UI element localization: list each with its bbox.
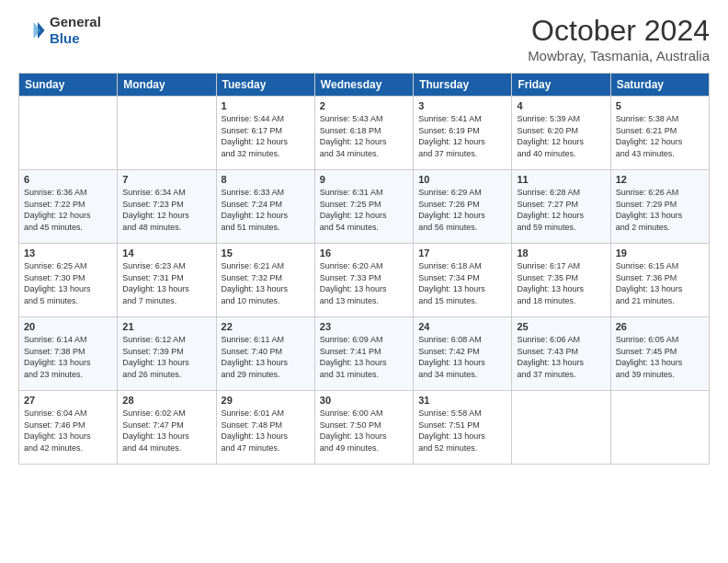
logo-text: General Blue	[50, 14, 101, 47]
day-info: Sunrise: 6:05 AM Sunset: 7:45 PM Dayligh…	[616, 334, 704, 380]
day-number: 11	[517, 174, 605, 185]
day-number: 21	[122, 321, 210, 332]
day-info: Sunrise: 5:44 AM Sunset: 6:17 PM Dayligh…	[222, 113, 310, 159]
day-info: Sunrise: 6:36 AM Sunset: 7:22 PM Dayligh…	[24, 187, 112, 233]
day-info: Sunrise: 6:21 AM Sunset: 7:32 PM Dayligh…	[222, 260, 310, 306]
day-info: Sunrise: 6:28 AM Sunset: 7:27 PM Dayligh…	[517, 187, 605, 233]
calendar-cell: 23Sunrise: 6:09 AM Sunset: 7:41 PM Dayli…	[314, 317, 413, 391]
calendar-cell: 2Sunrise: 5:43 AM Sunset: 6:18 PM Daylig…	[314, 97, 413, 170]
location-subtitle: Mowbray, Tasmania, Australia	[528, 48, 710, 63]
calendar-cell	[512, 391, 610, 465]
day-info: Sunrise: 5:43 AM Sunset: 6:18 PM Dayligh…	[320, 113, 408, 159]
day-number: 25	[517, 321, 605, 332]
logo-icon	[18, 17, 46, 44]
calendar-body: 1Sunrise: 5:44 AM Sunset: 6:17 PM Daylig…	[19, 97, 710, 465]
day-number: 10	[418, 174, 506, 185]
calendar-cell: 3Sunrise: 5:41 AM Sunset: 6:19 PM Daylig…	[414, 97, 512, 170]
day-info: Sunrise: 6:04 AM Sunset: 7:46 PM Dayligh…	[24, 408, 112, 454]
calendar-week-row: 6Sunrise: 6:36 AM Sunset: 7:22 PM Daylig…	[19, 170, 710, 244]
calendar-cell: 26Sunrise: 6:05 AM Sunset: 7:45 PM Dayli…	[610, 317, 709, 391]
calendar-cell: 17Sunrise: 6:18 AM Sunset: 7:34 PM Dayli…	[414, 244, 512, 317]
calendar-week-row: 1Sunrise: 5:44 AM Sunset: 6:17 PM Daylig…	[19, 97, 710, 170]
calendar-cell: 4Sunrise: 5:39 AM Sunset: 6:20 PM Daylig…	[512, 97, 610, 170]
day-number: 3	[418, 100, 506, 111]
day-number: 2	[320, 100, 408, 111]
col-monday: Monday	[118, 74, 216, 97]
day-info: Sunrise: 5:58 AM Sunset: 7:51 PM Dayligh…	[418, 408, 506, 454]
calendar-cell: 5Sunrise: 5:38 AM Sunset: 6:21 PM Daylig…	[610, 97, 709, 170]
day-info: Sunrise: 6:25 AM Sunset: 7:30 PM Dayligh…	[24, 260, 112, 306]
calendar-cell: 29Sunrise: 6:01 AM Sunset: 7:48 PM Dayli…	[216, 391, 314, 465]
calendar-cell: 9Sunrise: 6:31 AM Sunset: 7:25 PM Daylig…	[314, 170, 413, 244]
calendar-cell: 14Sunrise: 6:23 AM Sunset: 7:31 PM Dayli…	[118, 244, 216, 317]
calendar-cell	[610, 391, 709, 465]
day-number: 16	[320, 247, 408, 259]
day-number: 9	[320, 174, 408, 185]
calendar-week-row: 20Sunrise: 6:14 AM Sunset: 7:38 PM Dayli…	[19, 317, 710, 391]
day-info: Sunrise: 5:38 AM Sunset: 6:21 PM Dayligh…	[616, 113, 704, 159]
day-number: 23	[320, 321, 408, 332]
day-number: 4	[517, 100, 605, 111]
day-number: 28	[122, 395, 210, 406]
calendar-cell: 19Sunrise: 6:15 AM Sunset: 7:36 PM Dayli…	[610, 244, 709, 317]
calendar-cell: 28Sunrise: 6:02 AM Sunset: 7:47 PM Dayli…	[118, 391, 216, 465]
day-number: 29	[222, 395, 310, 406]
day-info: Sunrise: 6:12 AM Sunset: 7:39 PM Dayligh…	[122, 334, 210, 380]
calendar-cell: 10Sunrise: 6:29 AM Sunset: 7:26 PM Dayli…	[414, 170, 512, 244]
day-info: Sunrise: 6:23 AM Sunset: 7:31 PM Dayligh…	[122, 260, 210, 306]
calendar-cell: 21Sunrise: 6:12 AM Sunset: 7:39 PM Dayli…	[118, 317, 216, 391]
day-info: Sunrise: 6:15 AM Sunset: 7:36 PM Dayligh…	[616, 260, 704, 306]
col-tuesday: Tuesday	[216, 74, 314, 97]
logo-general: General	[50, 14, 101, 30]
day-number: 5	[616, 100, 704, 111]
calendar-cell: 20Sunrise: 6:14 AM Sunset: 7:38 PM Dayli…	[19, 317, 118, 391]
day-info: Sunrise: 6:14 AM Sunset: 7:38 PM Dayligh…	[24, 334, 112, 380]
col-saturday: Saturday	[610, 74, 709, 97]
calendar-cell: 13Sunrise: 6:25 AM Sunset: 7:30 PM Dayli…	[19, 244, 118, 317]
calendar-week-row: 27Sunrise: 6:04 AM Sunset: 7:46 PM Dayli…	[19, 391, 710, 465]
day-info: Sunrise: 6:20 AM Sunset: 7:33 PM Dayligh…	[320, 260, 408, 306]
day-number: 1	[222, 100, 310, 111]
day-info: Sunrise: 6:08 AM Sunset: 7:42 PM Dayligh…	[418, 334, 506, 380]
day-info: Sunrise: 6:33 AM Sunset: 7:24 PM Dayligh…	[222, 187, 310, 233]
calendar-cell: 18Sunrise: 6:17 AM Sunset: 7:35 PM Dayli…	[512, 244, 610, 317]
day-number: 27	[24, 395, 112, 406]
day-number: 6	[24, 174, 112, 185]
day-number: 15	[222, 247, 310, 259]
calendar-cell: 30Sunrise: 6:00 AM Sunset: 7:50 PM Dayli…	[314, 391, 413, 465]
day-info: Sunrise: 6:18 AM Sunset: 7:34 PM Dayligh…	[418, 260, 506, 306]
day-number: 26	[616, 321, 704, 332]
day-number: 12	[616, 174, 704, 185]
day-info: Sunrise: 6:34 AM Sunset: 7:23 PM Dayligh…	[122, 187, 210, 233]
day-info: Sunrise: 6:26 AM Sunset: 7:29 PM Dayligh…	[616, 187, 704, 233]
day-number: 14	[122, 247, 210, 259]
calendar-cell: 12Sunrise: 6:26 AM Sunset: 7:29 PM Dayli…	[610, 170, 709, 244]
col-wednesday: Wednesday	[314, 74, 413, 97]
day-info: Sunrise: 5:41 AM Sunset: 6:19 PM Dayligh…	[418, 113, 506, 159]
col-thursday: Thursday	[414, 74, 512, 97]
calendar-cell: 25Sunrise: 6:06 AM Sunset: 7:43 PM Dayli…	[512, 317, 610, 391]
calendar-cell: 11Sunrise: 6:28 AM Sunset: 7:27 PM Dayli…	[512, 170, 610, 244]
day-number: 30	[320, 395, 408, 406]
calendar-cell: 27Sunrise: 6:04 AM Sunset: 7:46 PM Dayli…	[19, 391, 118, 465]
calendar-cell	[118, 97, 216, 170]
calendar-cell: 1Sunrise: 5:44 AM Sunset: 6:17 PM Daylig…	[216, 97, 314, 170]
day-info: Sunrise: 6:06 AM Sunset: 7:43 PM Dayligh…	[517, 334, 605, 380]
col-sunday: Sunday	[19, 74, 118, 97]
calendar-cell: 16Sunrise: 6:20 AM Sunset: 7:33 PM Dayli…	[314, 244, 413, 317]
day-info: Sunrise: 5:39 AM Sunset: 6:20 PM Dayligh…	[517, 113, 605, 159]
logo-blue: Blue	[50, 30, 101, 47]
day-info: Sunrise: 6:11 AM Sunset: 7:40 PM Dayligh…	[222, 334, 310, 380]
day-info: Sunrise: 6:31 AM Sunset: 7:25 PM Dayligh…	[320, 187, 408, 233]
day-info: Sunrise: 6:29 AM Sunset: 7:26 PM Dayligh…	[418, 187, 506, 233]
header: General Blue October 2024 Mowbray, Tasma…	[18, 14, 710, 63]
calendar-cell: 31Sunrise: 5:58 AM Sunset: 7:51 PM Dayli…	[414, 391, 512, 465]
calendar-cell: 8Sunrise: 6:33 AM Sunset: 7:24 PM Daylig…	[216, 170, 314, 244]
day-number: 18	[517, 247, 605, 259]
logo: General Blue	[18, 14, 101, 47]
day-number: 19	[616, 247, 704, 259]
title-block: October 2024 Mowbray, Tasmania, Australi…	[528, 14, 710, 63]
day-number: 22	[222, 321, 310, 332]
day-number: 13	[24, 247, 112, 259]
day-info: Sunrise: 6:00 AM Sunset: 7:50 PM Dayligh…	[320, 408, 408, 454]
